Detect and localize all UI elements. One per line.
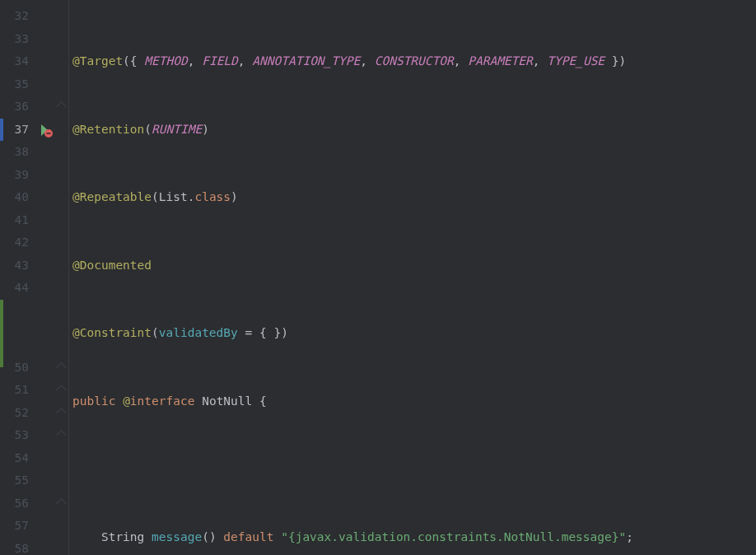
fold-toggle-icon[interactable] bbox=[56, 385, 67, 395]
code-line[interactable]: public @interface NotNull { bbox=[72, 390, 655, 413]
line-number[interactable]: 37 bbox=[0, 119, 29, 142]
code-line[interactable]: @Retention(RUNTIME) bbox=[72, 119, 655, 142]
fold-toggle-icon[interactable] bbox=[56, 430, 67, 441]
code-line[interactable]: String message() default "{javax.validat… bbox=[72, 526, 655, 549]
line-number[interactable]: 56 bbox=[0, 492, 29, 515]
line-number[interactable]: 53 bbox=[0, 424, 29, 447]
line-number-gutter[interactable]: 32 33 34 35 36 37 38 39 40 41 42 43 44 5… bbox=[0, 0, 37, 555]
line-number[interactable]: 52 bbox=[0, 402, 29, 425]
code-line[interactable] bbox=[72, 459, 655, 482]
line-number[interactable]: 41 bbox=[0, 209, 29, 232]
line-number[interactable]: 42 bbox=[0, 231, 29, 254]
code-line[interactable]: @Repeatable(List.class) bbox=[72, 186, 655, 209]
fold-toggle-icon[interactable] bbox=[56, 498, 67, 509]
code-editor[interactable]: 32 33 34 35 36 37 38 39 40 41 42 43 44 5… bbox=[0, 0, 756, 555]
line-number[interactable]: 50 bbox=[0, 357, 29, 380]
line-number[interactable]: 34 bbox=[0, 50, 29, 73]
line-number[interactable]: 38 bbox=[0, 141, 29, 164]
code-line[interactable]: @Constraint(validatedBy = { }) bbox=[72, 322, 655, 345]
line-number[interactable]: 57 bbox=[0, 515, 29, 538]
line-number[interactable]: 33 bbox=[0, 28, 29, 51]
change-marker-modified bbox=[0, 119, 3, 142]
fold-toggle-icon[interactable] bbox=[56, 362, 67, 373]
line-number[interactable]: 54 bbox=[0, 447, 29, 470]
line-number[interactable]: 44 bbox=[0, 277, 29, 300]
run-gutter-icon[interactable] bbox=[37, 122, 54, 138]
line-number[interactable]: 55 bbox=[0, 469, 29, 492]
gutter-icons bbox=[37, 0, 68, 555]
line-number[interactable]: 58 bbox=[0, 538, 29, 556]
line-number[interactable]: 32 bbox=[0, 5, 29, 28]
svg-rect-2 bbox=[47, 133, 51, 134]
line-number[interactable]: 35 bbox=[0, 73, 29, 96]
line-number[interactable]: 51 bbox=[0, 379, 29, 402]
code-line[interactable]: @Documented bbox=[72, 254, 655, 278]
fold-toggle-icon[interactable] bbox=[56, 408, 67, 418]
fold-toggle-icon[interactable] bbox=[56, 101, 67, 112]
line-number[interactable]: 43 bbox=[0, 254, 29, 278]
code-line[interactable]: @Target({ METHOD, FIELD, ANNOTATION_TYPE… bbox=[72, 50, 655, 73]
change-marker-added bbox=[0, 300, 3, 368]
line-number[interactable]: 36 bbox=[0, 96, 29, 119]
line-number[interactable]: 39 bbox=[0, 164, 29, 187]
code-area[interactable]: @Target({ METHOD, FIELD, ANNOTATION_TYPE… bbox=[69, 0, 655, 555]
line-number[interactable]: 40 bbox=[0, 186, 29, 209]
